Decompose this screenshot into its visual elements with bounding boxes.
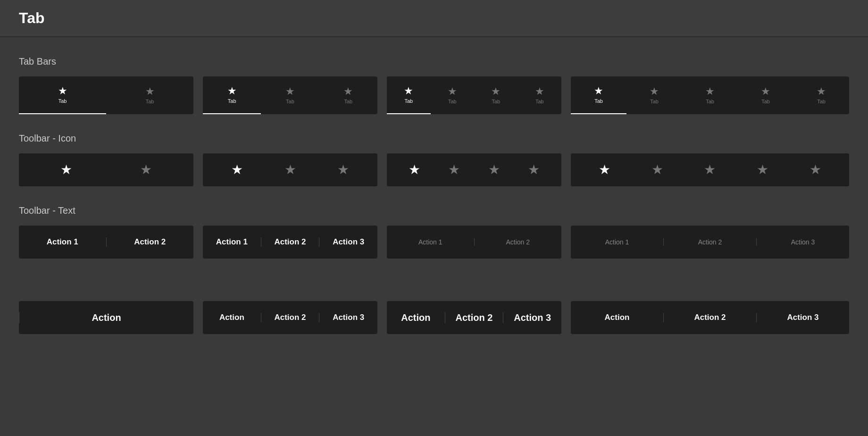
tab-bar-4: ★ Tab ★ Tab ★ Tab ★ Tab — [387, 76, 561, 114]
tab-bar-panel-2: ★ Tab ★ Tab — [19, 76, 193, 114]
toolbar-icon-item-inactive[interactable]: ★ — [264, 163, 317, 176]
toolbar-icon-item-inactive[interactable]: ★ — [474, 163, 514, 176]
star-icon: ★ — [810, 163, 821, 176]
action-panel-4: Action Action 2 Action 3 — [571, 301, 849, 334]
action-item-2[interactable]: Action 2 — [261, 313, 319, 322]
action-item-1[interactable]: Action — [571, 313, 663, 322]
star-icon: ★ — [448, 163, 460, 176]
toolbar-text-row: Action 1 Action 2 Action 1 Action 2 — [19, 226, 849, 259]
star-icon: ★ — [528, 163, 540, 176]
toolbar-icon-item-inactive[interactable]: ★ — [684, 163, 736, 176]
toolbar-icon-panel-4: ★ ★ ★ ★ — [387, 153, 561, 186]
action-2-label: Action 2 — [274, 237, 306, 247]
main-content: Tab Bars ★ Tab ★ Tab — [0, 37, 868, 296]
star-icon: ★ — [145, 86, 155, 97]
action-label: Action — [92, 312, 121, 323]
star-icon: ★ — [60, 163, 72, 176]
tab-item-inactive[interactable]: ★ Tab — [682, 76, 738, 114]
toolbar-icon-item-active[interactable]: ★ — [578, 163, 631, 176]
toolbar-icon-item-active[interactable]: ★ — [26, 163, 106, 176]
section-toolbar-icon: Toolbar - Icon ★ ★ ★ — [19, 133, 849, 186]
toolbar-text-item-action1[interactable]: Action 1 — [571, 238, 663, 246]
star-icon: ★ — [488, 163, 500, 176]
tab-item-inactive[interactable]: ★ Tab — [738, 76, 793, 114]
star-icon: ★ — [705, 86, 715, 97]
tab-item-inactive[interactable]: ★ Tab — [319, 76, 377, 114]
star-icon: ★ — [140, 163, 152, 176]
toolbar-icon-item-inactive[interactable]: ★ — [631, 163, 684, 176]
star-icon: ★ — [343, 86, 353, 97]
toolbar-text-item-action1[interactable]: Action 1 — [203, 237, 261, 247]
star-icon: ★ — [448, 86, 457, 97]
toolbar-text-item-action2[interactable]: Action 2 — [261, 237, 319, 247]
tab-item-inactive[interactable]: ★ Tab — [626, 76, 682, 114]
action-item-3[interactable]: Action 3 — [319, 313, 377, 322]
star-icon: ★ — [58, 86, 67, 96]
toolbar-text-bar-2: Action 1 Action 2 — [19, 226, 193, 259]
action-item-1[interactable]: Action — [387, 312, 445, 323]
toolbar-icon-row: ★ ★ ★ ★ ★ — [19, 153, 849, 186]
tab-item-active[interactable]: ★ Tab — [387, 76, 431, 114]
star-icon: ★ — [285, 86, 295, 97]
action-label: Action — [219, 313, 244, 322]
star-icon: ★ — [284, 163, 296, 176]
action-bar-1: Action — [19, 301, 193, 334]
toolbar-text-panel-2: Action 1 Action 2 — [19, 226, 193, 259]
toolbar-icon-item-inactive[interactable]: ★ — [434, 163, 475, 176]
action-item-1[interactable]: Action — [203, 313, 261, 322]
toolbar-text-bar-5: Action 1 Action 2 Action 3 — [571, 226, 849, 259]
tab-item-active[interactable]: ★ Tab — [19, 76, 106, 114]
toolbar-icon-item-inactive[interactable]: ★ — [106, 163, 186, 176]
toolbar-text-item-action3[interactable]: Action 3 — [319, 237, 377, 247]
tab-label: Tab — [448, 99, 457, 104]
tab-label: Tab — [535, 99, 544, 104]
toolbar-icon-item-inactive[interactable]: ★ — [317, 163, 370, 176]
action-item-1[interactable]: Action — [19, 312, 193, 323]
action-1-label: Action 1 — [216, 237, 248, 247]
action-3-label: Action 3 — [333, 313, 364, 322]
toolbar-text-item-action2[interactable]: Action 2 — [474, 238, 562, 246]
tab-bar-panel-5: ★ Tab ★ Tab ★ Tab ★ Tab — [571, 76, 849, 114]
toolbar-text-item-action1[interactable]: Action 1 — [19, 237, 106, 247]
action-panel-2: Action Action 2 Action 3 — [203, 301, 377, 334]
action-item-2[interactable]: Action 2 — [663, 313, 756, 322]
action-bar-4: Action Action 2 Action 3 — [571, 301, 849, 334]
toolbar-text-item-action3[interactable]: Action 3 — [756, 238, 849, 246]
action-2-label: Action 2 — [134, 237, 166, 247]
tab-label: Tab — [650, 99, 659, 104]
tab-item-active[interactable]: ★ Tab — [203, 76, 261, 114]
action-3-label: Action 3 — [333, 237, 364, 247]
tab-label: Tab — [286, 99, 294, 104]
toolbar-text-item-action2[interactable]: Action 2 — [663, 238, 756, 246]
tab-item-inactive[interactable]: ★ Tab — [474, 76, 518, 114]
action-2-label: Action 2 — [274, 313, 306, 322]
toolbar-icon-panel-3: ★ ★ ★ — [203, 153, 377, 186]
section-toolbar-text-title: Toolbar - Text — [19, 205, 849, 216]
tab-item-active[interactable]: ★ Tab — [571, 76, 626, 114]
tab-item-inactive[interactable]: ★ Tab — [518, 76, 562, 114]
toolbar-icon-item-inactive[interactable]: ★ — [736, 163, 789, 176]
action-2-label: Action 2 — [694, 313, 726, 322]
tab-item-inactive[interactable]: ★ Tab — [431, 76, 475, 114]
toolbar-text-item-action1[interactable]: Action 1 — [387, 238, 474, 246]
tab-item-inactive[interactable]: ★ Tab — [261, 76, 319, 114]
section-tab-bars: Tab Bars ★ Tab ★ Tab — [19, 56, 849, 114]
tab-item-inactive[interactable]: ★ Tab — [106, 76, 193, 114]
bottom-action-row: Action Action Action 2 Action 3 Action A… — [0, 301, 868, 334]
toolbar-icon-item-active[interactable]: ★ — [210, 163, 264, 176]
star-icon: ★ — [535, 86, 544, 97]
action-item-3[interactable]: Action 3 — [503, 312, 561, 323]
action-bar-3: Action Action 2 Action 3 — [387, 301, 561, 334]
page-header: Tab — [0, 0, 868, 37]
action-item-3[interactable]: Action 3 — [756, 313, 849, 322]
toolbar-text-item-action2[interactable]: Action 2 — [106, 237, 194, 247]
toolbar-icon-item-inactive[interactable]: ★ — [789, 163, 842, 176]
star-icon: ★ — [404, 86, 413, 96]
action-item-2[interactable]: Action 2 — [445, 312, 503, 323]
toolbar-icon-item-active[interactable]: ★ — [394, 163, 434, 176]
star-icon: ★ — [761, 86, 770, 97]
tab-item-inactive[interactable]: ★ Tab — [793, 76, 849, 114]
star-icon: ★ — [227, 86, 237, 96]
toolbar-icon-panel-5: ★ ★ ★ ★ ★ — [571, 153, 849, 186]
toolbar-icon-item-inactive[interactable]: ★ — [514, 163, 554, 176]
